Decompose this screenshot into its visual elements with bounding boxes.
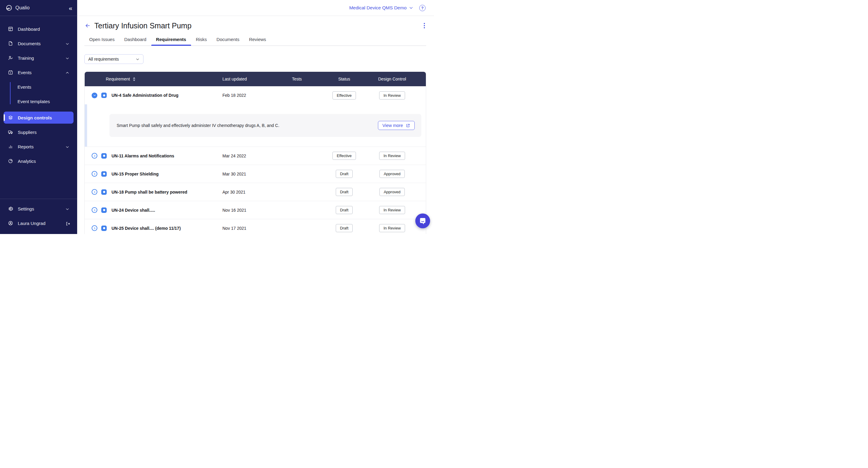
requirement-title: UN-11 Alarms and Notifications — [112, 153, 174, 158]
table-row[interactable]: UN-24 Device shall..... Nov 16 2021 Draf… — [85, 201, 426, 219]
logout-icon[interactable] — [65, 221, 69, 225]
requirement-icon — [101, 207, 107, 213]
expand-row-button[interactable] — [92, 189, 97, 195]
chevron-down-icon — [65, 145, 69, 149]
sidebar-subitem-label: Event templates — [18, 99, 50, 104]
tab-documents[interactable]: Documents — [212, 33, 244, 46]
chat-bubble-icon — [419, 217, 427, 225]
calendar-alert-icon — [8, 70, 13, 75]
requirement-description-panel: Smart Pump shall safely and effectively … — [110, 114, 421, 137]
sidebar-item-label: Settings — [18, 206, 34, 211]
collapse-row-button[interactable] — [92, 93, 97, 98]
sort-icon[interactable] — [133, 77, 135, 81]
view-more-button[interactable]: View more — [378, 121, 415, 130]
expand-row-button[interactable] — [92, 207, 97, 213]
chevron-down-icon — [65, 41, 69, 46]
table-row[interactable]: UN-15 Proper Shielding Mar 30 2021 Draft… — [85, 165, 426, 183]
requirement-icon — [101, 171, 107, 177]
sidebar-subitem-label: Events — [18, 84, 31, 90]
sidebar-item-analytics[interactable]: Analytics — [4, 155, 73, 167]
sidebar-item-suppliers[interactable]: Suppliers — [4, 126, 73, 138]
sidebar-collapse-icon[interactable]: « — [69, 5, 72, 11]
workspace-name: Medical Device QMS Demo — [349, 5, 407, 10]
chevron-down-icon — [65, 207, 69, 211]
column-header-requirement[interactable]: Requirement — [85, 77, 219, 81]
status-badge: Draft — [336, 188, 352, 196]
requirement-title: UN-15 Proper Shielding — [112, 172, 158, 176]
sidebar-item-dashboard[interactable]: Dashboard — [4, 23, 73, 35]
design-control-badge: In Review — [379, 224, 405, 232]
requirement-title: UN-25 Device shall.... (demo 11/17) — [112, 226, 181, 231]
page-content: Tertiary Infusion Smart Pump Open Issues… — [77, 16, 434, 234]
chat-widget-button[interactable] — [415, 213, 430, 228]
last-updated-value: Feb 18 2022 — [219, 93, 274, 98]
requirement-icon — [101, 189, 107, 195]
sidebar-footer: Settings Laura Ungrad — [0, 199, 77, 234]
table-row[interactable]: UN-11 Alarms and Notifications Mar 24 20… — [85, 147, 426, 165]
design-control-badge: Approved — [379, 170, 405, 178]
sidebar-item-events[interactable]: Events — [4, 66, 73, 79]
sidebar-item-reports[interactable]: Reports — [4, 141, 73, 153]
table-row[interactable]: UN-4 Safe Administration of Drug Feb 18 … — [85, 86, 426, 104]
chevron-down-icon — [409, 6, 413, 10]
tab-dashboard[interactable]: Dashboard — [119, 33, 151, 46]
sidebar-item-user[interactable]: Laura Ungrad — [4, 217, 73, 229]
table-row[interactable]: UN-25 Device shall.... (demo 11/17) Nov … — [85, 219, 426, 234]
sidebar-item-design-controls[interactable]: Design controls — [4, 112, 73, 124]
qualio-logo: Qualio — [5, 4, 69, 11]
requirement-description: Smart Pump shall safely and effectively … — [117, 123, 378, 128]
document-icon — [8, 41, 13, 46]
sidebar-item-documents[interactable]: Documents — [4, 37, 73, 50]
status-badge: Draft — [336, 170, 352, 178]
status-badge: Effective — [333, 152, 356, 160]
sidebar-item-training[interactable]: Training — [4, 52, 73, 64]
sidebar-item-events-list[interactable]: Events — [4, 81, 73, 93]
expand-row-button[interactable] — [92, 153, 97, 158]
expand-row-button[interactable] — [92, 171, 97, 177]
table-row[interactable]: UN-18 Pump shall be battery powered Apr … — [85, 183, 426, 201]
design-control-badge: In Review — [379, 206, 405, 214]
column-header-status: Status — [320, 77, 368, 81]
sidebar-item-label: Documents — [18, 41, 41, 46]
last-updated-value: Mar 24 2022 — [219, 153, 274, 158]
row-expanded-detail: Smart Pump shall safely and effectively … — [85, 104, 426, 147]
dashboard-icon — [8, 26, 13, 32]
tab-requirements[interactable]: Requirements — [151, 33, 191, 46]
page-title: Tertiary Infusion Smart Pump — [94, 21, 191, 30]
tab-risks[interactable]: Risks — [191, 33, 212, 46]
tab-open-issues[interactable]: Open Issues — [84, 33, 119, 46]
last-updated-value: Nov 17 2021 — [219, 226, 274, 231]
table-header-row: Requirement Last updated Tests Status De… — [85, 72, 426, 86]
gear-icon — [8, 206, 13, 211]
external-link-icon — [406, 123, 410, 128]
requirements-table: Requirement Last updated Tests Status De… — [84, 72, 426, 234]
sidebar-item-label: Training — [18, 56, 34, 61]
chevron-up-icon — [65, 70, 69, 75]
sidebar-item-event-templates[interactable]: Event templates — [4, 95, 73, 107]
requirements-filter-dropdown[interactable]: All requirements — [84, 54, 144, 64]
sidebar: Qualio « Dashboard Documents — [0, 0, 77, 234]
sidebar-item-settings[interactable]: Settings — [4, 203, 73, 215]
status-badge: Draft — [336, 224, 352, 232]
layers-icon — [8, 115, 13, 120]
requirement-title: UN-24 Device shall..... — [112, 208, 155, 213]
expand-row-button[interactable] — [92, 225, 97, 231]
brand-name: Qualio — [16, 5, 30, 10]
column-header-design-control: Design Control — [368, 77, 416, 81]
sidebar-nav: Dashboard Documents Training — [0, 16, 77, 199]
sidebar-item-label: Suppliers — [18, 130, 37, 135]
workspace-switcher[interactable]: Medical Device QMS Demo — [349, 5, 413, 10]
pie-chart-icon — [8, 158, 13, 164]
user-avatar-icon — [8, 221, 13, 226]
last-updated-value: Apr 30 2021 — [219, 190, 274, 195]
requirement-icon — [101, 93, 107, 98]
qualio-logo-icon — [5, 4, 13, 11]
sidebar-item-label: Design controls — [18, 115, 52, 120]
help-icon[interactable]: ? — [419, 5, 426, 11]
app-root: Qualio « Dashboard Documents — [0, 0, 434, 234]
tab-reviews[interactable]: Reviews — [244, 33, 271, 46]
back-button[interactable] — [84, 22, 91, 29]
kebab-menu-icon[interactable] — [423, 22, 426, 30]
requirement-title: UN-18 Pump shall be battery powered — [112, 190, 187, 195]
design-control-badge: In Review — [379, 152, 405, 160]
